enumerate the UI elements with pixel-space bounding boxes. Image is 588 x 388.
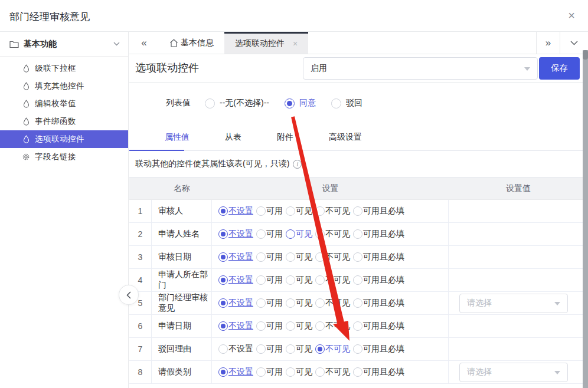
setting-option[interactable]: 不可见: [315, 298, 350, 308]
setting-option[interactable]: 可用且必填: [353, 321, 404, 331]
tab-option-linkage[interactable]: 选项联动控件 ×: [224, 32, 308, 54]
radio-icon[interactable]: [286, 298, 295, 308]
radio-icon[interactable]: [218, 275, 228, 285]
radio-icon[interactable]: [353, 229, 362, 239]
radio-icon[interactable]: [353, 367, 362, 377]
setting-option[interactable]: 可用: [256, 367, 283, 377]
radio-icon[interactable]: [286, 321, 295, 331]
list-value-option[interactable]: 同意: [285, 98, 316, 108]
radio-icon[interactable]: [315, 344, 325, 354]
setting-option[interactable]: 可见: [286, 206, 312, 216]
setting-option[interactable]: 可用: [256, 252, 283, 262]
setting-option[interactable]: 不可见: [315, 206, 350, 216]
setting-option[interactable]: 不设置: [218, 321, 253, 331]
setting-option[interactable]: 不可见: [315, 229, 350, 239]
radio-icon[interactable]: [353, 275, 362, 285]
setting-option[interactable]: 可用: [256, 275, 283, 285]
sidebar-item-4[interactable]: 事件绑函数: [0, 113, 128, 130]
save-button[interactable]: 保存: [539, 57, 580, 80]
setting-option[interactable]: 不可见: [315, 321, 350, 331]
setting-option[interactable]: 可用: [256, 206, 283, 216]
tab-close-icon[interactable]: ×: [293, 39, 298, 48]
tabs-collapse-button[interactable]: «: [129, 32, 159, 54]
setting-option[interactable]: 不设置: [218, 367, 253, 377]
setting-option[interactable]: 不设置: [218, 206, 253, 216]
radio-icon[interactable]: [286, 206, 295, 216]
radio-icon[interactable]: [353, 252, 362, 262]
sidebar-group-header[interactable]: 基本功能: [0, 32, 128, 57]
radio-icon[interactable]: [256, 229, 266, 239]
setting-option[interactable]: 不设置: [218, 229, 253, 239]
radio-icon[interactable]: [315, 206, 325, 216]
setting-option[interactable]: 可用且必填: [353, 252, 404, 262]
setting-option[interactable]: 可用且必填: [353, 298, 404, 308]
setting-option[interactable]: 可用: [256, 321, 283, 331]
setting-option[interactable]: 可见: [286, 321, 312, 331]
setting-option[interactable]: 可用且必填: [353, 206, 404, 216]
tab-basic-info[interactable]: 基本信息: [159, 32, 224, 54]
setting-option[interactable]: 可见: [286, 344, 312, 354]
radio-icon[interactable]: [353, 206, 362, 216]
setting-option[interactable]: 可用: [256, 344, 283, 354]
radio-icon[interactable]: [218, 321, 228, 331]
subtab-3[interactable]: 附件: [277, 132, 293, 143]
radio-icon[interactable]: [315, 252, 325, 262]
setting-option[interactable]: 可用且必填: [353, 229, 404, 239]
setting-value-select[interactable]: 请选择: [459, 294, 568, 313]
radio-icon[interactable]: [256, 344, 266, 354]
radio-icon[interactable]: [256, 252, 266, 262]
subtab-4[interactable]: 高级设置: [329, 132, 362, 143]
radio-icon[interactable]: [286, 344, 295, 354]
radio-icon[interactable]: [256, 275, 266, 285]
scrollbar-thumb[interactable]: [583, 50, 588, 60]
vertical-scrollbar[interactable]: [583, 50, 588, 388]
setting-option[interactable]: 不设置: [218, 344, 253, 354]
radio-icon[interactable]: [353, 298, 362, 308]
tabs-overflow-button[interactable]: »: [536, 32, 560, 54]
radio-icon[interactable]: [218, 206, 228, 216]
sidebar-item-1[interactable]: 级联下拉框: [0, 60, 128, 77]
radio-icon[interactable]: [315, 298, 325, 308]
radio-icon[interactable]: [286, 252, 295, 262]
radio-icon[interactable]: [256, 206, 266, 216]
radio-icon[interactable]: [286, 367, 295, 377]
radio-icon[interactable]: [315, 229, 325, 239]
sidebar-item-6[interactable]: 字段名链接: [0, 148, 128, 166]
close-icon[interactable]: ×: [568, 8, 575, 22]
status-select[interactable]: 启用: [303, 57, 538, 80]
setting-option[interactable]: 可用: [256, 229, 283, 239]
radio-icon[interactable]: [218, 367, 228, 377]
subtab-1[interactable]: 属性值: [165, 132, 190, 143]
chevron-down-icon[interactable]: [113, 42, 120, 46]
radio-icon[interactable]: [218, 298, 228, 308]
sidebar-item-2[interactable]: 填充其他控件: [0, 77, 128, 95]
setting-option[interactable]: 可用且必填: [353, 344, 404, 354]
radio-icon[interactable]: [286, 275, 295, 285]
radio-icon[interactable]: [353, 321, 362, 331]
setting-option[interactable]: 不设置: [218, 275, 253, 285]
radio-icon[interactable]: [286, 229, 295, 239]
setting-option[interactable]: 不可见: [315, 344, 350, 354]
setting-option[interactable]: 不可见: [315, 275, 350, 285]
setting-option[interactable]: 可用: [256, 298, 283, 308]
sidebar-item-3[interactable]: 编辑枚举值: [0, 95, 128, 113]
setting-option[interactable]: 不设置: [218, 252, 253, 262]
radio-icon[interactable]: [331, 98, 341, 108]
radio-icon[interactable]: [218, 344, 228, 354]
radio-icon[interactable]: [218, 229, 228, 239]
radio-icon[interactable]: [285, 98, 295, 108]
setting-option[interactable]: 不可见: [315, 367, 350, 377]
panel-collapse-button[interactable]: [119, 285, 139, 305]
setting-value-select[interactable]: 请选择: [459, 363, 568, 382]
setting-option[interactable]: 可见: [286, 229, 312, 239]
radio-icon[interactable]: [315, 275, 325, 285]
radio-icon[interactable]: [256, 298, 266, 308]
setting-option[interactable]: 可见: [286, 298, 312, 308]
setting-option[interactable]: 可见: [286, 367, 312, 377]
setting-option[interactable]: 可见: [286, 252, 312, 262]
setting-option[interactable]: 可用且必填: [353, 367, 404, 377]
radio-icon[interactable]: [315, 367, 325, 377]
setting-option[interactable]: 可见: [286, 275, 312, 285]
radio-icon[interactable]: [256, 321, 266, 331]
setting-option[interactable]: 不可见: [315, 252, 350, 262]
